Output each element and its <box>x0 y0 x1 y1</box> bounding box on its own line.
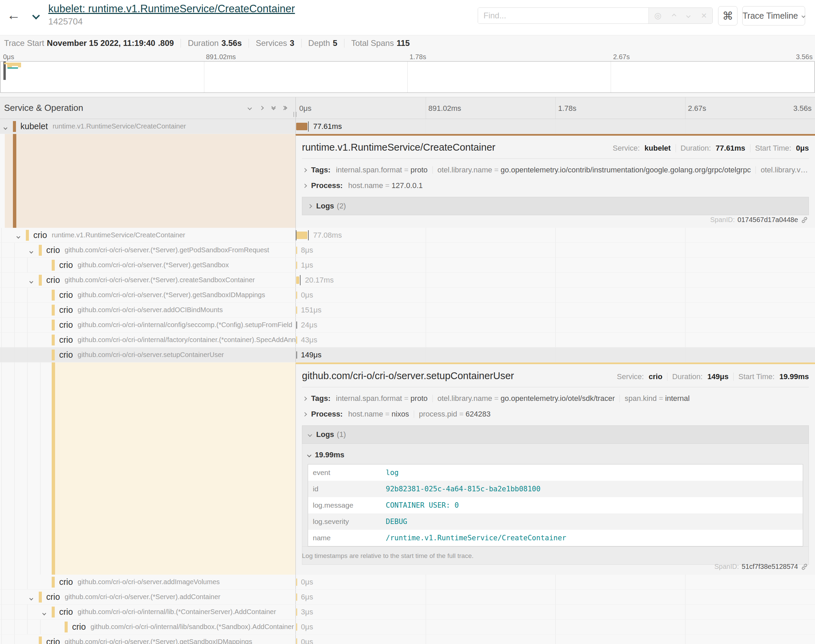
collapse-all-icon[interactable] <box>272 107 275 109</box>
expand-one-icon[interactable] <box>260 106 263 109</box>
span-bar-tick <box>308 121 309 132</box>
span-toggle-chevron-icon[interactable] <box>17 233 20 239</box>
span-row[interactable]: crio github.com/cri-o/cri-o/server.(*Ser… <box>0 273 815 288</box>
span-duration-bar[interactable] <box>296 291 297 299</box>
expand-all-icon[interactable] <box>284 106 286 109</box>
span-row[interactable]: crio github.com/cri-o/cri-o/server.(*Ser… <box>0 635 815 644</box>
span-duration-bar[interactable] <box>296 321 297 329</box>
span-toggle-chevron-icon[interactable] <box>30 278 33 284</box>
span-row[interactable]: kubelet runtime.v1.RuntimeService/Create… <box>0 119 815 134</box>
find-input[interactable] <box>478 8 648 23</box>
span-row[interactable]: crio github.com/cri-o/cri-o/server.setup… <box>0 348 815 362</box>
span-duration-bar[interactable] <box>296 261 297 269</box>
span-duration-bar[interactable] <box>296 623 297 631</box>
span-service-name: crio <box>46 275 60 285</box>
span-duration-bar[interactable] <box>296 608 297 616</box>
span-duration-bar[interactable] <box>296 638 297 644</box>
span-row[interactable]: crio github.com/cri-o/cri-o/server.addIm… <box>0 575 815 590</box>
span-operation-name: github.com/cri-o/cri-o/server.(*Server).… <box>64 246 269 254</box>
tag-kv: process.pid=624283 <box>419 410 491 419</box>
span-toggle-chevron-icon[interactable] <box>30 248 33 255</box>
timeline-time-axis: 0μs 891.02ms 1.78s 2.67s 3.56s <box>296 97 815 119</box>
process-accordion[interactable]: Process:host.name=127.0.0.1 <box>302 181 809 190</box>
span-detail-row: runtime.v1.RuntimeService/CreateContaine… <box>0 134 815 228</box>
span-row[interactable]: crio runtime.v1.RuntimeService/CreateCon… <box>0 228 815 243</box>
span-row[interactable]: crio github.com/cri-o/cri-o/internal/fac… <box>0 333 815 348</box>
chevron-right-icon <box>303 184 307 188</box>
span-toggle-chevron-icon[interactable] <box>43 610 46 616</box>
span-service-name: crio <box>59 260 73 270</box>
log-fields-table: eventlogid92b82381-025c-4a64-815c-ba2e1b… <box>308 464 803 546</box>
span-operation-name: github.com/cri-o/cri-o/server.addOCIBind… <box>78 306 223 314</box>
next-match-icon[interactable] <box>686 14 691 18</box>
timeline-header: Service & Operation 0μs 891.02ms 1.78s 2… <box>0 97 815 119</box>
span-bar-tick <box>300 275 300 285</box>
span-row[interactable]: crio github.com/cri-o/cri-o/server.(*Ser… <box>0 288 815 303</box>
minimap-canvas[interactable] <box>0 61 815 93</box>
service-color-bar <box>39 245 42 256</box>
span-duration-bar[interactable] <box>296 232 307 239</box>
span-row[interactable]: crio github.com/cri-o/cri-o/server.(*Ser… <box>0 243 815 258</box>
minimap-span <box>18 66 21 67</box>
span-service-name: crio <box>59 607 73 617</box>
span-duration-bar[interactable] <box>296 123 307 130</box>
span-service-name: crio <box>46 637 60 644</box>
minimap-time-axis: 0μs 891.02ms 1.78s 2.67s 3.56s <box>0 51 815 61</box>
keyboard-shortcuts-button[interactable]: ⌘ <box>718 6 737 26</box>
span-row[interactable]: crio github.com/cri-o/cri-o/server.(*Ser… <box>0 258 815 273</box>
span-duration-bar[interactable] <box>296 351 297 359</box>
span-duration-bar[interactable] <box>296 276 299 284</box>
span-duration-bar[interactable] <box>296 307 297 314</box>
minimap-scrubber[interactable] <box>3 61 6 80</box>
detail-span-stats: Service:kubelet Duration:77.61ms Start T… <box>613 144 809 153</box>
tags-accordion[interactable]: Tags:internal.span.format=protootel.libr… <box>302 394 809 403</box>
span-duration-bar[interactable] <box>296 336 297 344</box>
span-service-name: crio <box>59 305 73 315</box>
prev-match-icon[interactable] <box>672 14 676 18</box>
span-duration-label: 0μs <box>301 578 313 587</box>
span-row[interactable]: crio github.com/cri-o/cri-o/internal/lib… <box>0 619 815 635</box>
trace-start-stat: Trace StartNovember 15 2022, 11:19:40.80… <box>4 38 174 48</box>
tag-kv: internal.span.format=proto <box>336 394 427 403</box>
span-duration-bar[interactable] <box>296 247 297 254</box>
collapse-one-icon[interactable] <box>248 106 251 109</box>
span-duration-label: 0μs <box>301 623 313 632</box>
span-duration-label: 6μs <box>301 593 313 601</box>
top-bar: ← kubelet: runtime.v1.RuntimeService/Cre… <box>0 0 815 35</box>
column-resize-grip[interactable] <box>293 112 297 117</box>
link-icon[interactable] <box>801 563 808 570</box>
trace-view-select[interactable]: Trace Timeline <box>742 6 805 26</box>
span-service-name: crio <box>46 592 60 602</box>
span-toggle-chevron-icon[interactable] <box>4 124 7 130</box>
span-duration-bar[interactable] <box>296 578 297 586</box>
logs-accordion[interactable]: Logs(1) <box>302 425 809 444</box>
span-row[interactable]: crio github.com/cri-o/cri-o/internal/con… <box>0 317 815 333</box>
span-detail-panel-setupcontaineruser: github.com/cri-o/cri-o/server.setupConta… <box>296 364 815 575</box>
span-row[interactable]: crio github.com/cri-o/cri-o/internal/lib… <box>0 604 815 619</box>
link-icon[interactable] <box>801 216 808 224</box>
span-operation-name: github.com/cri-o/cri-o/internal/lib.(*Co… <box>78 608 276 616</box>
back-arrow-button[interactable]: ← <box>7 8 20 23</box>
span-service-name: crio <box>59 350 73 360</box>
trace-collapse-chevron-icon[interactable] <box>33 13 39 20</box>
span-toggle-chevron-icon[interactable] <box>30 595 33 601</box>
service-color-bar <box>52 577 55 587</box>
span-id-row: SpanID: 0174567d17a0448e <box>710 216 808 224</box>
service-color-bar <box>39 636 42 644</box>
service-color-bar <box>52 607 55 618</box>
span-duration-label: 43μs <box>301 336 317 345</box>
logs-accordion[interactable]: Logs(2) <box>302 197 809 215</box>
span-duration-bar[interactable] <box>296 593 297 601</box>
trace-title-link[interactable]: kubelet: runtime.v1.RuntimeService/Creat… <box>48 3 295 15</box>
process-accordion[interactable]: Process:host.name=nixosprocess.pid=62428… <box>302 410 809 419</box>
service-color-bar <box>52 305 55 316</box>
span-operation-name: github.com/cri-o/cri-o/server.(*Server).… <box>64 593 220 601</box>
focus-match-icon[interactable]: ◎ <box>654 12 661 20</box>
tags-accordion[interactable]: Tags:internal.span.format=protootel.libr… <box>302 166 809 175</box>
log-entry-accordion[interactable]: 19.99ms <box>308 451 803 459</box>
span-row[interactable]: crio github.com/cri-o/cri-o/server.(*Ser… <box>0 590 815 604</box>
clear-find-icon[interactable]: × <box>701 11 706 20</box>
span-operation-name: github.com/cri-o/cri-o/internal/factory/… <box>78 336 296 344</box>
find-controls: ◎ × <box>648 8 712 23</box>
span-row[interactable]: crio github.com/cri-o/cri-o/server.addOC… <box>0 303 815 317</box>
